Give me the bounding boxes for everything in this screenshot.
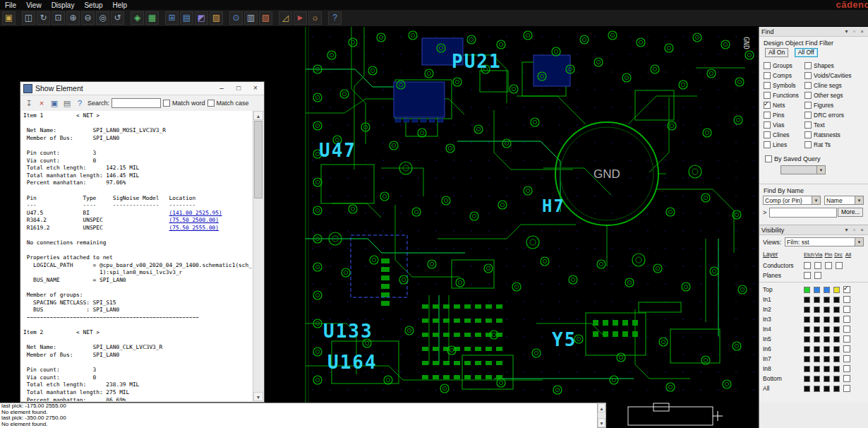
- find-filter-checkbox[interactable]: [804, 102, 812, 109]
- layer-color-swatch[interactable]: [833, 336, 840, 343]
- help-icon[interactable]: ?: [74, 97, 85, 109]
- open-icon[interactable]: ▣: [2, 11, 16, 25]
- layer-color-swatch[interactable]: [824, 356, 830, 362]
- find-filter-checkbox[interactable]: [764, 102, 771, 109]
- close-button[interactable]: ×: [247, 82, 264, 95]
- planes-checkbox[interactable]: [804, 272, 811, 279]
- layer-color-swatch[interactable]: [804, 297, 810, 303]
- visibility-column-header[interactable]: Etch: [804, 251, 814, 258]
- shadow-mode-icon[interactable]: ◩: [195, 11, 208, 25]
- find-filter-checkbox[interactable]: [804, 141, 812, 148]
- layer-all-checkbox[interactable]: [843, 355, 850, 362]
- menu-help[interactable]: Help: [108, 1, 133, 9]
- refdes-label[interactable]: PU21: [452, 51, 502, 72]
- menu-setup[interactable]: Setup: [79, 1, 107, 9]
- layer-color-swatch[interactable]: [833, 316, 840, 323]
- visibility-column-header[interactable]: Drc: [833, 251, 843, 258]
- layer-color-swatch[interactable]: [804, 386, 810, 392]
- find-filter-checkbox[interactable]: [764, 92, 771, 99]
- layer-color-swatch[interactable]: [824, 307, 830, 313]
- layer-all-checkbox[interactable]: [843, 326, 850, 333]
- zoom-out-icon[interactable]: ⊖: [81, 11, 95, 25]
- layer-color-swatch[interactable]: [804, 346, 810, 352]
- info-icon[interactable]: ⊙: [229, 11, 243, 25]
- scroll-up-arrow[interactable]: ▲: [253, 111, 263, 120]
- zoom-previous-icon[interactable]: ↺: [111, 11, 124, 25]
- find-filter-checkbox[interactable]: [804, 72, 812, 79]
- find-filter-checkbox[interactable]: [764, 121, 771, 129]
- find-by-type-dropdown[interactable]: Comp (or Pin) ▼: [763, 196, 821, 205]
- pin-icon[interactable]: ▾: [843, 28, 850, 35]
- match-case-checkbox[interactable]: [207, 100, 215, 107]
- layer-color-swatch[interactable]: [824, 336, 830, 343]
- visibility-column-header[interactable]: Via: [814, 251, 824, 258]
- find-filter-checkbox[interactable]: [804, 92, 812, 99]
- layer-color-swatch[interactable]: [824, 386, 830, 392]
- shell-icon[interactable]: ◈: [131, 11, 144, 25]
- layer-color-swatch[interactable]: [814, 336, 820, 343]
- find-filter-checkbox[interactable]: [804, 131, 812, 138]
- layer-color-swatch[interactable]: [804, 316, 810, 323]
- find-filter-checkbox[interactable]: [764, 131, 771, 138]
- layer-color-swatch[interactable]: [824, 346, 830, 352]
- console-scrollbar[interactable]: ▲ ▼: [597, 403, 606, 428]
- layer-color-swatch[interactable]: [833, 297, 840, 303]
- layer-header[interactable]: Layer: [763, 251, 804, 258]
- help-icon[interactable]: ?: [328, 11, 342, 25]
- layers-icon[interactable]: ▤: [180, 11, 193, 25]
- save-icon[interactable]: ▣: [49, 97, 60, 109]
- all-on-button[interactable]: All On: [765, 48, 788, 57]
- dialog-scrollbar[interactable]: ▲ ▼: [253, 111, 263, 401]
- minimap[interactable]: [611, 403, 759, 428]
- all-off-button[interactable]: All Off: [795, 48, 818, 57]
- layer-color-swatch[interactable]: [833, 307, 840, 313]
- measure-icon[interactable]: ◿: [279, 11, 292, 25]
- pin-icon[interactable]: ▾: [843, 227, 850, 233]
- layer-color-swatch[interactable]: [814, 316, 820, 323]
- layer-color-swatch[interactable]: [804, 336, 810, 343]
- find-filter-checkbox[interactable]: [804, 62, 812, 69]
- scroll-thumb[interactable]: [254, 121, 263, 198]
- maximize-button[interactable]: □: [230, 82, 247, 95]
- conductors-checkbox[interactable]: [804, 262, 811, 269]
- layer-color-swatch[interactable]: [804, 307, 810, 313]
- layer-all-checkbox[interactable]: [843, 316, 850, 323]
- layer-color-swatch[interactable]: [814, 376, 820, 382]
- layer-color-swatch[interactable]: [833, 326, 840, 333]
- delete-icon[interactable]: ×: [36, 97, 47, 109]
- match-word-checkbox[interactable]: [163, 100, 170, 107]
- layer-all-checkbox[interactable]: [843, 375, 850, 382]
- find-filter-checkbox[interactable]: [804, 112, 812, 119]
- visibility-column-header[interactable]: Pin: [824, 251, 833, 258]
- layer-color-swatch[interactable]: [814, 386, 820, 392]
- zoom-fit-icon[interactable]: ⊡: [52, 11, 65, 25]
- layer-color-swatch[interactable]: [804, 326, 810, 333]
- close-icon[interactable]: ×: [858, 28, 866, 35]
- console-scroll-down[interactable]: ▼: [598, 418, 605, 427]
- float-icon[interactable]: ▫: [850, 28, 858, 35]
- refdes-label[interactable]: U164: [327, 352, 378, 373]
- layer-color-swatch[interactable]: [814, 356, 820, 362]
- layer-color-swatch[interactable]: [833, 356, 840, 362]
- layer-all-checkbox[interactable]: [843, 335, 850, 343]
- menu-file[interactable]: File: [0, 1, 21, 9]
- location-link[interactable]: (75.50 2555.00): [169, 225, 219, 231]
- zoom-points-icon[interactable]: ◎: [96, 11, 109, 25]
- layer-color-swatch[interactable]: [814, 297, 820, 303]
- layer-all-checkbox[interactable]: [843, 385, 850, 392]
- board-icon[interactable]: ▦: [145, 11, 159, 25]
- grid-icon[interactable]: ⊞: [165, 11, 179, 25]
- scroll-down-arrow[interactable]: ▼: [253, 392, 263, 401]
- layer-color-swatch[interactable]: [804, 366, 810, 372]
- layer-all-checkbox[interactable]: [843, 286, 850, 293]
- layer-color-swatch[interactable]: [814, 346, 820, 352]
- menu-display[interactable]: Display: [47, 1, 80, 9]
- layer-color-swatch[interactable]: [804, 356, 810, 362]
- find-filter-checkbox[interactable]: [804, 82, 812, 89]
- search-input[interactable]: [111, 98, 161, 108]
- layer-color-swatch[interactable]: [824, 297, 830, 303]
- find-name-input[interactable]: [769, 208, 837, 218]
- layer-color-swatch[interactable]: [833, 346, 840, 352]
- layer-color-swatch[interactable]: [814, 307, 820, 313]
- by-saved-query-checkbox[interactable]: [765, 155, 772, 162]
